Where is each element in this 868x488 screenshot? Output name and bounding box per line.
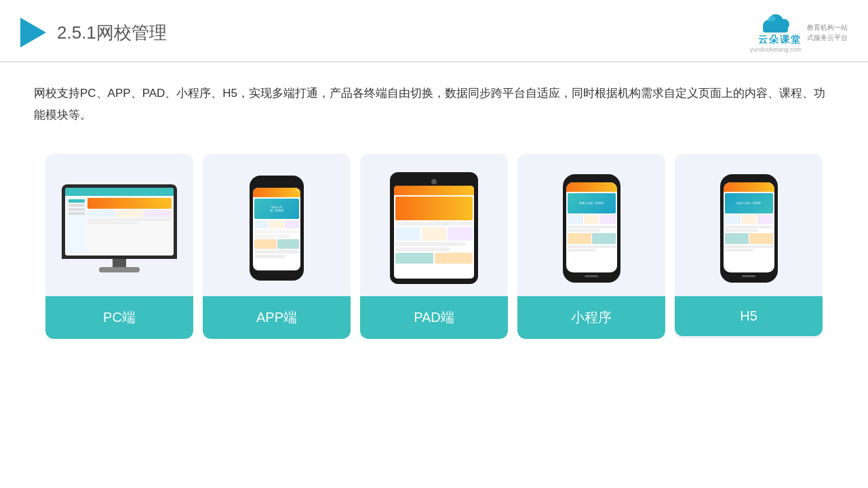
card-pad-label: PAD端 <box>360 296 508 339</box>
cloud-icon <box>758 12 793 34</box>
logo-slogan: 教育机构一站式服务云平台 <box>807 22 848 43</box>
card-miniprogram-label: 小程序 <box>517 296 665 339</box>
h5-phone-device: 职场人的第一堂网课 <box>720 174 778 283</box>
miniprogram-phone-device: 职场人的第一堂网课 <box>563 174 620 283</box>
svg-point-4 <box>768 16 776 22</box>
logo-name: 云朵课堂 <box>758 34 802 46</box>
page-header: 2.5.1网校管理 云朵课堂 yunduoketang.com 教育机构一站式服… <box>0 0 868 62</box>
app-phone-device: ●●● 职场人的第一堂网课 <box>250 176 304 281</box>
pad-tablet-device <box>390 172 478 284</box>
pc-monitor-device <box>62 184 177 272</box>
logo-url: yunduoketang.com <box>750 46 802 53</box>
card-pc-image <box>45 154 193 296</box>
cloud-logo: 云朵课堂 yunduoketang.com <box>750 12 802 53</box>
description-text: 网校支持PC、APP、PAD、小程序、H5，实现多端打通，产品各终端自由切换，数… <box>0 62 868 134</box>
card-pc-label: PC端 <box>45 296 193 339</box>
page-title: 2.5.1网校管理 <box>57 21 167 45</box>
card-app: ●●● 职场人的第一堂网课 <box>203 154 351 339</box>
svg-rect-3 <box>763 26 788 33</box>
card-h5-image: 职场人的第一堂网课 <box>675 154 823 296</box>
card-app-label: APP端 <box>203 296 351 339</box>
card-h5-label: H5 <box>675 296 823 336</box>
card-miniprogram-image: 职场人的第一堂网课 <box>517 154 665 296</box>
card-pad-image <box>360 154 508 296</box>
card-pad: PAD端 <box>360 154 508 339</box>
cards-container: PC端 ●●● 职场人的第一堂网课 <box>0 134 868 359</box>
card-miniprogram: 职场人的第一堂网课 <box>517 154 665 339</box>
card-h5: 职场人的第一堂网课 <box>675 154 823 339</box>
card-pc: PC端 <box>45 154 193 339</box>
logo-area: 云朵课堂 yunduoketang.com 教育机构一站式服务云平台 <box>750 12 848 53</box>
card-app-image: ●●● 职场人的第一堂网课 <box>203 154 351 296</box>
play-icon <box>20 18 46 47</box>
header-left: 2.5.1网校管理 <box>20 18 167 47</box>
